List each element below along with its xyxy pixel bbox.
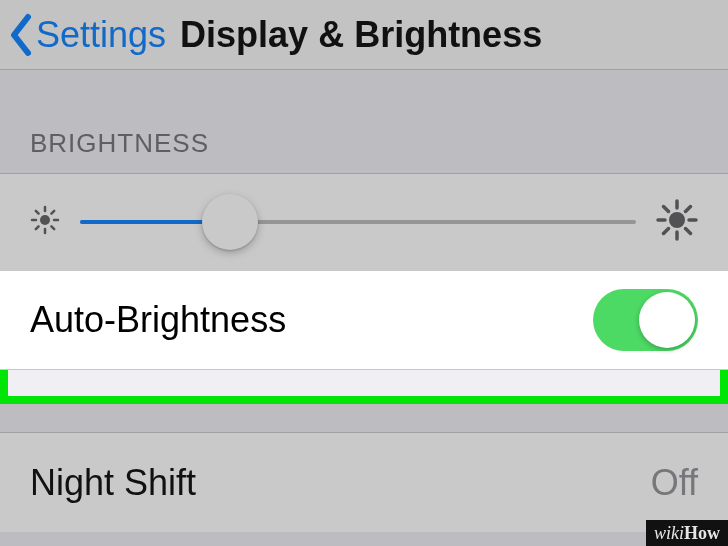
section-header-brightness: BRIGHTNESS [0, 70, 728, 173]
sun-high-icon [656, 199, 698, 245]
toggle-knob [639, 292, 695, 348]
svg-line-16 [664, 229, 669, 234]
night-shift-value: Off [651, 462, 698, 504]
brightness-slider[interactable] [80, 202, 636, 242]
navigation-bar: Settings Display & Brightness [0, 0, 728, 70]
watermark-suffix: How [684, 523, 720, 543]
back-button[interactable]: Settings [8, 13, 166, 57]
svg-line-14 [664, 207, 669, 212]
auto-brightness-toggle[interactable] [593, 289, 698, 351]
svg-line-8 [51, 211, 54, 214]
watermark: wikiHow [646, 520, 728, 546]
back-label: Settings [36, 14, 166, 56]
svg-point-9 [669, 212, 685, 228]
svg-line-6 [51, 226, 54, 229]
chevron-left-icon [8, 13, 34, 57]
sun-low-icon [30, 205, 60, 239]
svg-line-7 [36, 226, 39, 229]
slider-thumb[interactable] [202, 194, 258, 250]
svg-line-17 [686, 207, 691, 212]
night-shift-label: Night Shift [30, 462, 196, 504]
page-title: Display & Brightness [180, 14, 542, 56]
brightness-slider-row [0, 173, 728, 271]
svg-point-0 [40, 215, 50, 225]
svg-line-15 [686, 229, 691, 234]
svg-line-5 [36, 211, 39, 214]
night-shift-row[interactable]: Night Shift Off [0, 432, 728, 532]
auto-brightness-label: Auto-Brightness [30, 299, 286, 341]
auto-brightness-row: Auto-Brightness [0, 270, 728, 370]
watermark-prefix: wiki [654, 523, 684, 543]
